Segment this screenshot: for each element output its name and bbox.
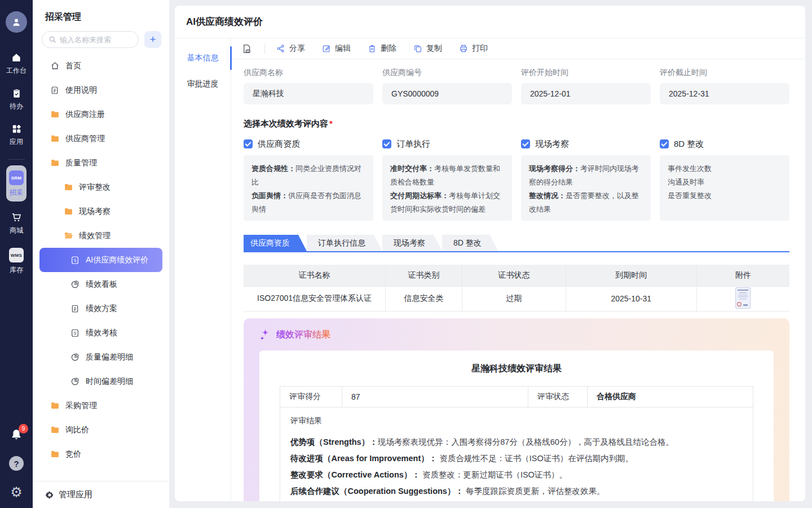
apps-grid-icon: [11, 124, 22, 134]
sidebar-item-rfq[interactable]: 询比价: [39, 418, 162, 442]
sidebar-item-bidding[interactable]: 竞价: [39, 442, 162, 466]
edit-button[interactable]: 编辑: [322, 43, 351, 54]
eval-start-date-field[interactable]: 2025-12-01: [521, 83, 651, 104]
sparkle-icon: [259, 329, 271, 342]
field-label: 供应商编号: [382, 68, 512, 78]
rail-item-srm[interactable]: SRM 招采: [6, 165, 27, 202]
user-avatar[interactable]: [6, 11, 27, 33]
column-header: 证书类别: [386, 265, 462, 286]
checkbox-site-inspection[interactable]: 现场考察: [521, 133, 651, 155]
sidebar-item-performance-dashboard[interactable]: 绩效看板: [39, 272, 162, 296]
document-icon: [70, 304, 80, 313]
tab-basic-info[interactable]: 基本信息: [175, 45, 231, 71]
result-section-title: 绩效评审结果: [276, 329, 330, 341]
assessment-option-site: 现场考察 现场考察得分：考评时间内现场考察的得分结果 整改情况：是否需要整改，以…: [521, 133, 651, 221]
result-strengths: 优势项（Strengths）：现场考察表现优异：入围考察得分87分（及格线60分…: [290, 434, 743, 450]
rail-item-label: 应用: [10, 137, 23, 147]
sidebar-item-performance-management[interactable]: 绩效管理: [39, 224, 162, 248]
checkbox-order-execution[interactable]: 订单执行: [382, 133, 512, 155]
search-input[interactable]: [60, 36, 133, 44]
sidebar-menu: 首页 使用说明 供应商注册 供应商管理 质量管理 评审整改 现场考察 绩效管理: [33, 48, 169, 481]
eval-end-date-field[interactable]: 2025-12-31: [660, 83, 789, 104]
required-asterisk: *: [329, 119, 333, 128]
tab-supplier-qualification[interactable]: 供应商资质: [244, 235, 307, 251]
copy-button[interactable]: 复制: [413, 43, 442, 54]
s-document-icon: S: [70, 329, 80, 338]
print-button[interactable]: 打印: [459, 43, 488, 54]
rail-item-mall[interactable]: 商城: [10, 212, 23, 235]
help-button[interactable]: ?: [9, 456, 24, 471]
pie-chart-icon: [70, 280, 80, 289]
score-label: 评审得分: [280, 387, 342, 407]
sidebar-item-quality-deviation[interactable]: 质量偏差明细: [39, 345, 162, 369]
checkbox-checked-icon: [382, 139, 391, 148]
assessment-content-label: 选择本次绩效考评内容*: [244, 119, 789, 129]
checkbox-8d-rectification[interactable]: 8D 整改: [660, 133, 789, 155]
folder-icon: [50, 401, 60, 410]
add-button[interactable]: +: [144, 31, 161, 48]
folder-open-icon: [63, 231, 73, 240]
delete-button[interactable]: 删除: [368, 43, 396, 54]
attachment-thumbnail[interactable]: [735, 287, 751, 309]
column-header: 证书状态: [462, 265, 566, 286]
sidebar-search[interactable]: [42, 31, 139, 48]
rail-item-label: 招采: [10, 188, 23, 198]
sidebar-item-performance-assessment[interactable]: S 绩效考核: [39, 321, 162, 345]
sidebar-item-instructions[interactable]: 使用说明: [39, 78, 162, 102]
status-value: 合格供应商: [588, 387, 753, 407]
settings-gear-icon[interactable]: ⚙: [10, 485, 23, 499]
rail-item-wms[interactable]: WMS 库存: [9, 248, 24, 275]
notifications-button[interactable]: 9: [10, 428, 23, 441]
result-improvements: 待改进项（Areas for Improvement）： 资质合规性不足：证书（…: [290, 450, 743, 467]
folder-icon: [50, 110, 60, 119]
sidebar-item-home[interactable]: 首页: [39, 54, 162, 78]
assessment-option-order: 订单执行 准时交付率：考核每单发货数量和质检合格数量 交付周期达标率：考核每单计…: [382, 133, 512, 221]
module-sidebar: 招采管理 + 首页 使用说明 供应商注册 供应商管理 质量管理: [33, 0, 169, 508]
rail-item-label: 商城: [10, 226, 23, 235]
sidebar-item-supplier-management[interactable]: 供应商管理: [39, 126, 162, 151]
sidebar-item-performance-plan[interactable]: 绩效方案: [39, 296, 162, 321]
sidebar-item-supplier-register[interactable]: 供应商注册: [39, 102, 162, 126]
supplier-name-field[interactable]: 星瀚科技: [244, 83, 373, 104]
checkbox-supplier-qualification[interactable]: 供应商资质: [244, 133, 373, 155]
rail-item-apps[interactable]: 应用: [10, 124, 23, 147]
toolbar: 分享 编辑 删除 复制: [231, 38, 805, 59]
result-card-title: 星瀚科技绩效评审结果: [280, 363, 753, 375]
sidebar-item-quality-management[interactable]: 质量管理: [39, 151, 162, 175]
column-header: 附件: [696, 265, 789, 286]
tab-8d-rectification[interactable]: 8D 整改: [442, 235, 498, 251]
cert-status-cell: 过期: [462, 286, 566, 311]
preview-document-icon[interactable]: [241, 43, 252, 54]
field-label: 评价开始时间: [521, 68, 651, 78]
sidebar-item-time-deviation[interactable]: 时间偏差明细: [39, 369, 162, 393]
rail-item-todo[interactable]: 待办: [10, 88, 23, 111]
folder-icon: [63, 182, 73, 192]
tab-site-inspection[interactable]: 现场考察: [382, 235, 442, 251]
search-icon: [48, 36, 56, 43]
main-area: AI供应商绩效评价 基本信息 审批进度 分享: [169, 0, 812, 508]
page-title: AI供应商绩效评价: [175, 6, 805, 38]
sidebar-item-ai-supplier-evaluation[interactable]: S AI供应商绩效评价: [39, 248, 162, 272]
detail-content: 供应商名称 星瀚科技 供应商编号 GYS0000009 评价开始时间 2025-…: [231, 59, 805, 501]
sidebar-item-procurement[interactable]: 采购管理: [39, 393, 162, 418]
rail-item-label: 待办: [10, 102, 23, 111]
rail-item-label: 工作台: [6, 66, 27, 76]
supplier-code-field[interactable]: GYS0000009: [382, 83, 512, 104]
result-corrective-actions: 整改要求（Corrective Actions）： 资质整改：更新过期证书（IS…: [290, 467, 743, 483]
sidebar-item-site-inspection[interactable]: 现场考察: [39, 199, 162, 224]
sidebar-item-review-rectify[interactable]: 评审整改: [39, 175, 162, 199]
tab-approval-progress[interactable]: 审批进度: [175, 71, 231, 97]
svg-text:S: S: [74, 330, 77, 335]
checkbox-checked-icon: [660, 139, 669, 148]
printer-icon: [459, 44, 468, 53]
manage-apps-button[interactable]: 管理应用: [33, 481, 169, 508]
pie-chart-icon: [70, 377, 80, 386]
tab-order-execution-info[interactable]: 订单执行信息: [307, 235, 382, 251]
trash-icon: [368, 44, 377, 53]
app-rail: 工作台 待办 应用 SRM 招采 商城 WMS 库存 9 ? ⚙: [0, 0, 33, 508]
home-icon: [11, 52, 22, 63]
share-button[interactable]: 分享: [276, 43, 305, 54]
folder-icon: [50, 449, 60, 459]
copy-icon: [413, 44, 422, 53]
rail-item-workbench[interactable]: 工作台: [6, 52, 27, 76]
